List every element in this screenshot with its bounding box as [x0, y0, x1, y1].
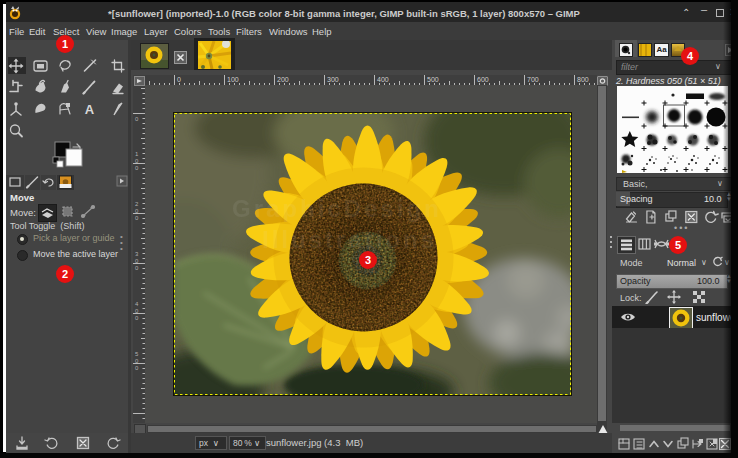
svg-text:800: 800 [577, 76, 589, 83]
svg-text:200: 200 [277, 76, 289, 83]
svg-text:100: 100 [227, 76, 239, 83]
svg-text:600: 600 [477, 76, 489, 83]
svg-text:400: 400 [377, 76, 389, 83]
svg-text:700: 700 [527, 76, 539, 83]
svg-text:GraphicDesign: GraphicDesign [232, 195, 442, 222]
svg-text:Illustrations: Illustrations [262, 226, 437, 253]
svg-text:A: A [85, 102, 95, 117]
svg-text:0: 0 [177, 76, 181, 83]
svg-text:500: 500 [427, 76, 439, 83]
svg-text:300: 300 [327, 76, 339, 83]
